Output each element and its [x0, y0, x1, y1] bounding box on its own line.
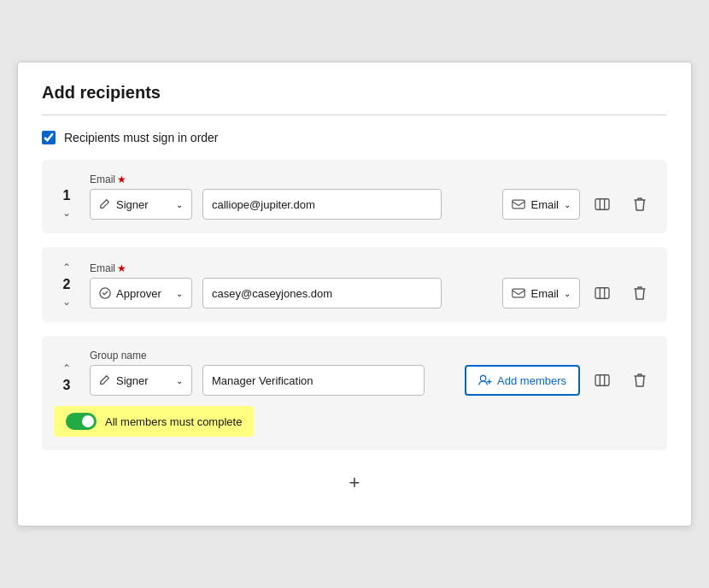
chevron-down-icon-1: ⌄: [176, 200, 183, 209]
svg-point-9: [480, 375, 485, 380]
sign-order-checkbox[interactable]: [42, 131, 56, 144]
svg-rect-10: [595, 375, 609, 385]
delete-btn-2[interactable]: [624, 278, 655, 309]
step-number-3: 3: [63, 379, 71, 392]
svg-rect-5: [513, 289, 524, 297]
step-3-up-chevron[interactable]: ⌃: [59, 362, 74, 375]
step-1-down-chevron[interactable]: ⌄: [59, 206, 74, 220]
settings-btn-2[interactable]: [587, 278, 618, 309]
title-divider: [42, 115, 667, 115]
delete-btn-1[interactable]: [624, 189, 655, 220]
step-2-up-chevron[interactable]: ⌃: [59, 261, 74, 274]
chevron-down-icon-2: ⌄: [176, 289, 183, 298]
approver-icon-2: [99, 287, 111, 299]
delivery-email-btn-1[interactable]: Email ⌄: [502, 189, 580, 220]
settings-icon-1: [595, 197, 610, 211]
add-members-btn-3[interactable]: Add members: [465, 365, 580, 396]
recipient-card-1: 1 ⌄ Email★ Signer ⌄: [42, 160, 667, 233]
trash-icon-1: [633, 197, 647, 212]
email-input-1[interactable]: [202, 189, 442, 220]
group-name-input-3[interactable]: [202, 365, 425, 396]
card-row-1: 1 ⌄ Email★ Signer ⌄: [54, 173, 655, 220]
role-field-3: Group name Signer ⌄: [90, 350, 192, 396]
email-input-2[interactable]: [202, 278, 442, 309]
right-actions-2: Email ⌄: [502, 278, 655, 309]
email-field-label-2: [202, 262, 442, 274]
svg-rect-6: [595, 288, 609, 298]
settings-btn-3[interactable]: [587, 365, 618, 396]
role-dropdown-2[interactable]: Approver ⌄: [90, 278, 192, 309]
role-dropdown-1[interactable]: Signer ⌄: [90, 189, 192, 220]
right-actions-3: Add members: [465, 365, 655, 396]
delete-btn-3[interactable]: [624, 365, 655, 396]
recipient-card-3: ⌃ 3 Group name Signer ⌄: [42, 336, 667, 450]
recipient-card-2: ⌃ 2 ⌄ Email★ Approver ⌄: [42, 247, 667, 322]
required-star-1: ★: [117, 173, 126, 185]
email-field-label-1: [202, 173, 442, 185]
trash-icon-2: [633, 285, 647, 301]
sign-order-row: Recipients must sign in order: [42, 131, 667, 144]
settings-icon-3: [595, 373, 610, 387]
group-name-field-label-3: [202, 350, 425, 362]
toggle-row-3: All members must complete: [54, 406, 254, 437]
group-name-field-group-3: [202, 350, 425, 396]
email-field-group-2: [202, 262, 442, 309]
email-field-group-1: [202, 173, 442, 220]
step-2-down-chevron[interactable]: ⌄: [59, 295, 74, 309]
step-controls-1: 1 ⌄: [54, 185, 79, 220]
add-recipient-row: +: [42, 467, 667, 498]
right-actions-1: Email ⌄: [502, 189, 655, 220]
all-members-toggle-3[interactable]: [66, 413, 97, 430]
required-star-2: ★: [117, 262, 126, 274]
email-label-1: Email★: [90, 173, 192, 185]
email-label-2: Email★: [90, 262, 192, 274]
toggle-label-3: All members must complete: [105, 415, 242, 428]
card-row-2: ⌃ 2 ⌄ Email★ Approver ⌄: [54, 261, 655, 309]
page-title: Add recipients: [42, 83, 667, 103]
card-row-3: ⌃ 3 Group name Signer ⌄: [54, 350, 655, 396]
delivery-email-btn-2[interactable]: Email ⌄: [502, 278, 580, 309]
settings-btn-1[interactable]: [587, 189, 618, 220]
email-icon-2: [512, 288, 525, 298]
email-icon-1: [512, 199, 525, 209]
step-number-2: 2: [63, 278, 71, 291]
role-dropdown-3[interactable]: Signer ⌄: [90, 365, 192, 396]
svg-rect-0: [513, 200, 524, 209]
signer-icon-3: [99, 374, 111, 386]
sign-order-label: Recipients must sign in order: [64, 131, 219, 144]
svg-rect-1: [595, 199, 609, 209]
add-recipients-panel: Add recipients Recipients must sign in o…: [17, 62, 692, 526]
add-members-icon-3: [478, 374, 492, 386]
trash-icon-3: [633, 373, 647, 388]
step-controls-3: ⌃ 3: [54, 362, 79, 396]
settings-icon-2: [595, 286, 610, 300]
role-field-2: Email★ Approver ⌄: [90, 262, 192, 309]
step-controls-2: ⌃ 2 ⌄: [54, 261, 79, 309]
add-recipient-btn[interactable]: +: [339, 467, 370, 498]
step-number-1: 1: [63, 189, 71, 203]
group-label-3: Group name: [90, 350, 192, 362]
chevron-down-icon-delivery-1: ⌄: [564, 200, 571, 209]
chevron-down-icon-delivery-2: ⌄: [564, 289, 571, 298]
signer-icon-1: [99, 198, 111, 210]
role-field-1: Email★ Signer ⌄: [90, 173, 192, 220]
chevron-down-icon-3: ⌄: [176, 376, 183, 385]
